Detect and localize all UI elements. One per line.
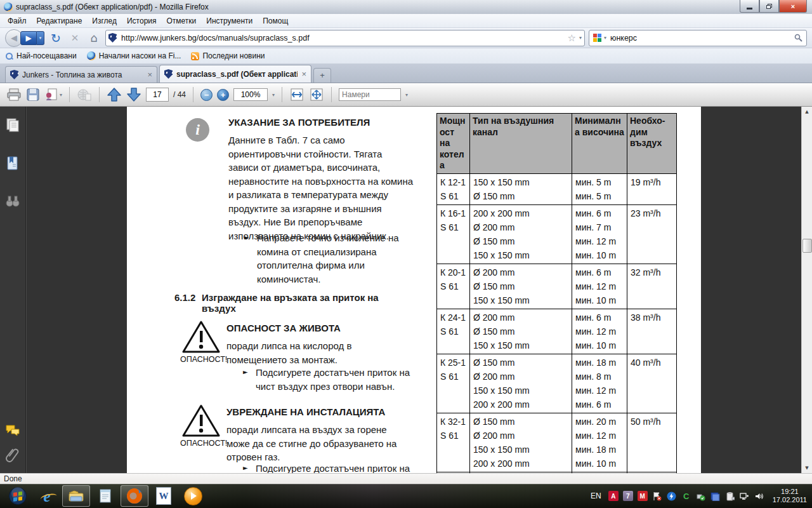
menu-history[interactable]: История (122, 15, 162, 27)
minimize-button[interactable] (740, 0, 759, 13)
pages-panel-icon[interactable] (5, 117, 20, 133)
green-c-tray-icon[interactable]: C (681, 491, 691, 501)
menu-edit[interactable]: Редактиране (32, 15, 88, 27)
bookmarks-panel-icon[interactable] (5, 156, 20, 171)
restore-button[interactable] (759, 0, 779, 13)
bookmark-star-icon[interactable]: ☆ (568, 32, 576, 44)
network-tray-icon[interactable] (740, 491, 750, 501)
action-center-flag-icon[interactable] (652, 491, 662, 501)
menu-view[interactable]: Изглед (87, 15, 122, 27)
bookmark-latest-news[interactable]: Последни новини (191, 51, 265, 60)
volume-tray-icon[interactable] (754, 491, 764, 501)
tab-close-icon[interactable]: × (147, 70, 152, 79)
bookmark-most-visited[interactable]: Най-посещавани (5, 51, 77, 60)
find-dropdown-icon[interactable]: ▾ (405, 92, 408, 98)
tab-junkers[interactable]: Junkers - Топлина за живота × (5, 66, 157, 83)
taskbar-windows-explorer[interactable] (62, 485, 90, 507)
menu-tools[interactable]: Инструменти (201, 15, 258, 27)
scroll-up-icon[interactable]: ▲ (802, 107, 812, 117)
start-button[interactable] (4, 485, 32, 507)
warning1-title: ОПАСНОСТ ЗА ЖИВОТА (226, 323, 341, 333)
play-icon (184, 487, 202, 505)
zoom-level-select[interactable]: 100% (233, 88, 268, 101)
title-bar[interactable]: supraclass_s.pdf (Обект application/pdf)… (0, 0, 812, 15)
zoom-level-value: 100% (241, 90, 261, 99)
table-cell-air: 38 m³/h (627, 309, 677, 354)
page-number-input[interactable] (146, 88, 169, 102)
taskbar-notepad[interactable] (91, 485, 119, 507)
forward-button[interactable]: ▶ (20, 31, 37, 45)
fit-width-button[interactable] (289, 88, 304, 102)
tab-supraclass-pdf[interactable]: supraclass_s.pdf (Обект applicatio... × (159, 65, 311, 83)
page-count-label: / 44 (173, 90, 186, 99)
save-button[interactable] (26, 88, 40, 102)
taskbar-media-player[interactable] (179, 485, 207, 507)
tab-close-icon[interactable]: × (301, 69, 306, 79)
reload-button[interactable]: ↻ (48, 31, 63, 45)
table-cell-height: мин. 5 m мин. 5 m (572, 173, 627, 204)
zoom-in-button[interactable]: + (217, 89, 229, 101)
find-input[interactable] (339, 90, 443, 99)
bookmarks-toolbar: Най-посещавани Начални насоки на Fi... П… (0, 48, 812, 64)
scroll-down-icon[interactable]: ▼ (802, 463, 812, 473)
next-page-button[interactable] (126, 87, 141, 102)
zoom-dropdown-icon[interactable]: ▾ (272, 92, 275, 98)
zoom-out-button[interactable]: − (200, 89, 213, 101)
forward-button-group: ▶ ▾ (20, 31, 44, 45)
warning1-bullet-text: Подсигурете достатъчен приток на чист въ… (256, 366, 419, 393)
status-text: Done (4, 474, 22, 483)
usb-safely-remove-icon[interactable] (696, 491, 706, 501)
fit-page-button[interactable] (309, 88, 324, 102)
upload-web-button[interactable] (77, 88, 92, 102)
urlbar-dropdown-icon[interactable]: ▾ (579, 35, 582, 41)
chevron-down-icon: ▾ (60, 92, 62, 98)
taskbar-clock[interactable]: 19:21 17.02.2011 (773, 488, 807, 504)
stop-button[interactable]: ✕ (67, 32, 82, 44)
menu-bar: Файл Редактиране Изглед История Отметки … (0, 14, 812, 28)
menu-help[interactable]: Помощ (258, 15, 293, 27)
export-collaborate-button[interactable]: ▾ (44, 88, 62, 102)
table-cell-height: мин. 6 m мин. 7 m мин. 12 m мин. 10 m (572, 204, 627, 264)
find-box[interactable] (339, 88, 401, 101)
table-cell-channel: Ø 200 mm Ø 150 mm 150 x 150 mm (470, 309, 572, 354)
purple-app-tray-icon[interactable]: 7 (623, 491, 633, 501)
taskbar-word[interactable]: W (150, 485, 178, 507)
firefox-window: supraclass_s.pdf (Обект application/pdf)… (0, 0, 812, 508)
search-bar[interactable]: ▾ (589, 30, 807, 46)
red-m-tray-icon[interactable]: M (638, 491, 648, 501)
attachments-paperclip-icon[interactable] (5, 447, 20, 462)
previous-page-button[interactable] (107, 87, 122, 102)
url-input[interactable] (120, 33, 565, 43)
bullet-icon: ► (243, 368, 248, 375)
home-button[interactable]: ⌂ (86, 31, 102, 44)
table-cell-air: 40 m³/h (627, 354, 677, 413)
close-button[interactable]: × (779, 0, 807, 13)
menu-bookmarks[interactable]: Отметки (162, 15, 202, 27)
table-cell-air: 23 m³/h (627, 204, 677, 264)
table-cell-air: 50 m³/h (627, 413, 677, 472)
taskbar-firefox[interactable] (121, 485, 148, 507)
search-panel-binoculars-icon[interactable] (5, 194, 20, 209)
vertical-scrollbar[interactable]: ▲ ▼ (801, 107, 812, 473)
print-button[interactable] (6, 88, 22, 102)
section-number: 6.1.2 (174, 292, 195, 303)
lightning-tray-icon[interactable] (667, 491, 677, 501)
search-engine-dropdown-icon[interactable]: ▾ (604, 35, 606, 41)
search-input[interactable] (609, 33, 792, 43)
url-bar[interactable]: ☆ ▾ (105, 30, 585, 46)
adobe-reader-tray-icon[interactable]: A (608, 491, 619, 501)
blue-window-tray-icon[interactable] (710, 491, 721, 501)
warning2-bullet-text: Подсигурете достатъчен приток на (256, 462, 419, 473)
new-tab-button[interactable]: + (313, 68, 331, 83)
taskbar-internet-explorer[interactable]: e (33, 485, 61, 507)
forward-history-dropdown[interactable]: ▾ (37, 31, 44, 45)
menu-file[interactable]: Файл (3, 15, 32, 27)
folder-icon (68, 489, 84, 503)
scrollbar-thumb[interactable] (802, 239, 812, 253)
comments-panel-icon[interactable] (5, 423, 20, 438)
bookmark-getting-started[interactable]: Начални насоки на Fi... (87, 51, 181, 60)
search-icon[interactable] (794, 34, 802, 42)
table-cell-model: К 24-1 S 61 (437, 309, 470, 354)
language-indicator[interactable]: EN (591, 491, 601, 500)
clipboard-tray-icon[interactable] (725, 491, 735, 501)
